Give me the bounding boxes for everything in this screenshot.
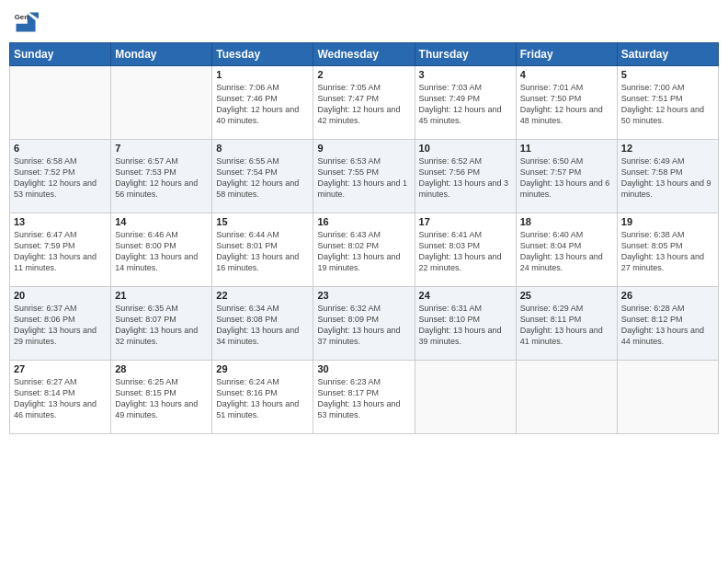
day-number: 20 <box>14 290 107 301</box>
calendar-cell: 27Sunrise: 6:27 AM Sunset: 8:14 PM Dayli… <box>10 361 111 434</box>
day-info: Sunrise: 6:40 AM Sunset: 8:04 PM Dayligh… <box>520 229 613 274</box>
day-info: Sunrise: 6:27 AM Sunset: 8:14 PM Dayligh… <box>14 376 107 421</box>
calendar-cell: 8Sunrise: 6:55 AM Sunset: 7:54 PM Daylig… <box>212 140 313 213</box>
calendar-cell: 28Sunrise: 6:25 AM Sunset: 8:15 PM Dayli… <box>111 361 212 434</box>
day-number: 17 <box>419 216 512 227</box>
calendar-header-row: SundayMondayTuesdayWednesdayThursdayFrid… <box>10 43 719 66</box>
calendar-cell: 18Sunrise: 6:40 AM Sunset: 8:04 PM Dayli… <box>516 213 617 287</box>
day-number: 5 <box>621 69 714 80</box>
calendar-cell: 3Sunrise: 7:03 AM Sunset: 7:49 PM Daylig… <box>415 66 516 140</box>
calendar-cell: 30Sunrise: 6:23 AM Sunset: 8:17 PM Dayli… <box>313 361 415 434</box>
day-number: 28 <box>115 363 208 374</box>
calendar-week-row: 13Sunrise: 6:47 AM Sunset: 7:59 PM Dayli… <box>10 213 719 287</box>
day-number: 24 <box>419 290 512 301</box>
day-of-week-header: Friday <box>516 43 617 66</box>
calendar-cell: 22Sunrise: 6:34 AM Sunset: 8:08 PM Dayli… <box>212 287 313 361</box>
day-number: 13 <box>14 216 107 227</box>
day-info: Sunrise: 6:55 AM Sunset: 7:54 PM Dayligh… <box>216 155 309 201</box>
day-of-week-header: Saturday <box>617 43 718 66</box>
day-info: Sunrise: 6:53 AM Sunset: 7:55 PM Dayligh… <box>317 155 410 201</box>
day-number: 2 <box>317 69 410 80</box>
day-of-week-header: Thursday <box>415 43 516 66</box>
day-of-week-header: Tuesday <box>212 43 313 66</box>
day-info: Sunrise: 6:46 AM Sunset: 8:00 PM Dayligh… <box>115 229 208 274</box>
day-number: 11 <box>520 143 613 154</box>
header: Gen <box>9 9 719 35</box>
day-info: Sunrise: 6:52 AM Sunset: 7:56 PM Dayligh… <box>419 155 512 201</box>
day-info: Sunrise: 6:49 AM Sunset: 7:58 PM Dayligh… <box>621 155 714 201</box>
calendar-cell <box>516 361 617 434</box>
calendar-cell: 29Sunrise: 6:24 AM Sunset: 8:16 PM Dayli… <box>212 361 313 434</box>
day-number: 4 <box>520 69 613 80</box>
day-number: 7 <box>115 143 208 154</box>
day-info: Sunrise: 6:47 AM Sunset: 7:59 PM Dayligh… <box>14 229 107 274</box>
day-info: Sunrise: 6:29 AM Sunset: 8:11 PM Dayligh… <box>520 303 613 348</box>
day-info: Sunrise: 6:57 AM Sunset: 7:53 PM Dayligh… <box>115 155 208 201</box>
calendar-cell: 11Sunrise: 6:50 AM Sunset: 7:57 PM Dayli… <box>516 140 617 213</box>
calendar-cell: 21Sunrise: 6:35 AM Sunset: 8:07 PM Dayli… <box>111 287 212 361</box>
day-number: 25 <box>520 290 613 301</box>
day-info: Sunrise: 6:31 AM Sunset: 8:10 PM Dayligh… <box>419 303 512 348</box>
calendar-table: SundayMondayTuesdayWednesdayThursdayFrid… <box>9 42 719 434</box>
day-number: 22 <box>216 290 309 301</box>
day-number: 23 <box>317 290 410 301</box>
day-number: 9 <box>317 143 410 154</box>
day-info: Sunrise: 6:58 AM Sunset: 7:52 PM Dayligh… <box>14 155 107 201</box>
day-info: Sunrise: 6:28 AM Sunset: 8:12 PM Dayligh… <box>621 303 714 348</box>
day-info: Sunrise: 6:43 AM Sunset: 8:02 PM Dayligh… <box>317 229 410 274</box>
calendar-cell: 5Sunrise: 7:00 AM Sunset: 7:51 PM Daylig… <box>617 66 718 140</box>
day-info: Sunrise: 6:38 AM Sunset: 8:05 PM Dayligh… <box>621 229 714 274</box>
calendar-cell: 6Sunrise: 6:58 AM Sunset: 7:52 PM Daylig… <box>10 140 111 213</box>
day-number: 12 <box>621 143 714 154</box>
calendar-cell: 20Sunrise: 6:37 AM Sunset: 8:06 PM Dayli… <box>10 287 111 361</box>
calendar-week-row: 20Sunrise: 6:37 AM Sunset: 8:06 PM Dayli… <box>10 287 719 361</box>
day-number: 3 <box>419 69 512 80</box>
calendar-cell: 1Sunrise: 7:06 AM Sunset: 7:46 PM Daylig… <box>212 66 313 140</box>
day-number: 15 <box>216 216 309 227</box>
calendar-cell: 23Sunrise: 6:32 AM Sunset: 8:09 PM Dayli… <box>313 287 415 361</box>
calendar-cell: 26Sunrise: 6:28 AM Sunset: 8:12 PM Dayli… <box>617 287 718 361</box>
day-info: Sunrise: 6:23 AM Sunset: 8:17 PM Dayligh… <box>317 376 410 421</box>
day-number: 26 <box>621 290 714 301</box>
day-number: 1 <box>216 69 309 80</box>
logo: Gen <box>13 9 42 35</box>
day-info: Sunrise: 7:05 AM Sunset: 7:47 PM Dayligh… <box>317 82 410 127</box>
day-number: 16 <box>317 216 410 227</box>
calendar-cell <box>617 361 718 434</box>
day-of-week-header: Wednesday <box>313 43 415 66</box>
day-info: Sunrise: 7:03 AM Sunset: 7:49 PM Dayligh… <box>419 82 512 127</box>
calendar-cell <box>10 66 111 140</box>
day-number: 14 <box>115 216 208 227</box>
calendar-cell: 4Sunrise: 7:01 AM Sunset: 7:50 PM Daylig… <box>516 66 617 140</box>
calendar-cell: 13Sunrise: 6:47 AM Sunset: 7:59 PM Dayli… <box>10 213 111 287</box>
calendar-cell: 15Sunrise: 6:44 AM Sunset: 8:01 PM Dayli… <box>212 213 313 287</box>
day-info: Sunrise: 7:01 AM Sunset: 7:50 PM Dayligh… <box>520 82 613 127</box>
day-info: Sunrise: 7:06 AM Sunset: 7:46 PM Dayligh… <box>216 82 309 127</box>
day-number: 21 <box>115 290 208 301</box>
calendar-week-row: 27Sunrise: 6:27 AM Sunset: 8:14 PM Dayli… <box>10 361 719 434</box>
calendar-cell: 9Sunrise: 6:53 AM Sunset: 7:55 PM Daylig… <box>313 140 415 213</box>
calendar-cell: 25Sunrise: 6:29 AM Sunset: 8:11 PM Dayli… <box>516 287 617 361</box>
day-info: Sunrise: 6:41 AM Sunset: 8:03 PM Dayligh… <box>419 229 512 274</box>
day-of-week-header: Sunday <box>10 43 111 66</box>
calendar-cell: 24Sunrise: 6:31 AM Sunset: 8:10 PM Dayli… <box>415 287 516 361</box>
day-info: Sunrise: 6:44 AM Sunset: 8:01 PM Dayligh… <box>216 229 309 274</box>
calendar-cell: 10Sunrise: 6:52 AM Sunset: 7:56 PM Dayli… <box>415 140 516 213</box>
day-info: Sunrise: 6:34 AM Sunset: 8:08 PM Dayligh… <box>216 303 309 348</box>
calendar-cell: 17Sunrise: 6:41 AM Sunset: 8:03 PM Dayli… <box>415 213 516 287</box>
day-number: 10 <box>419 143 512 154</box>
logo-icon: Gen <box>13 9 39 35</box>
day-info: Sunrise: 7:00 AM Sunset: 7:51 PM Dayligh… <box>621 82 714 127</box>
calendar-cell: 14Sunrise: 6:46 AM Sunset: 8:00 PM Dayli… <box>111 213 212 287</box>
page: Gen SundayMondayTuesdayWednesdayThursday… <box>0 0 728 563</box>
day-number: 6 <box>14 143 107 154</box>
day-number: 29 <box>216 363 309 374</box>
day-info: Sunrise: 6:35 AM Sunset: 8:07 PM Dayligh… <box>115 303 208 348</box>
day-number: 8 <box>216 143 309 154</box>
calendar-cell: 2Sunrise: 7:05 AM Sunset: 7:47 PM Daylig… <box>313 66 415 140</box>
day-info: Sunrise: 6:37 AM Sunset: 8:06 PM Dayligh… <box>14 303 107 348</box>
day-number: 30 <box>317 363 410 374</box>
day-number: 18 <box>520 216 613 227</box>
day-info: Sunrise: 6:24 AM Sunset: 8:16 PM Dayligh… <box>216 376 309 421</box>
calendar-week-row: 1Sunrise: 7:06 AM Sunset: 7:46 PM Daylig… <box>10 66 719 140</box>
